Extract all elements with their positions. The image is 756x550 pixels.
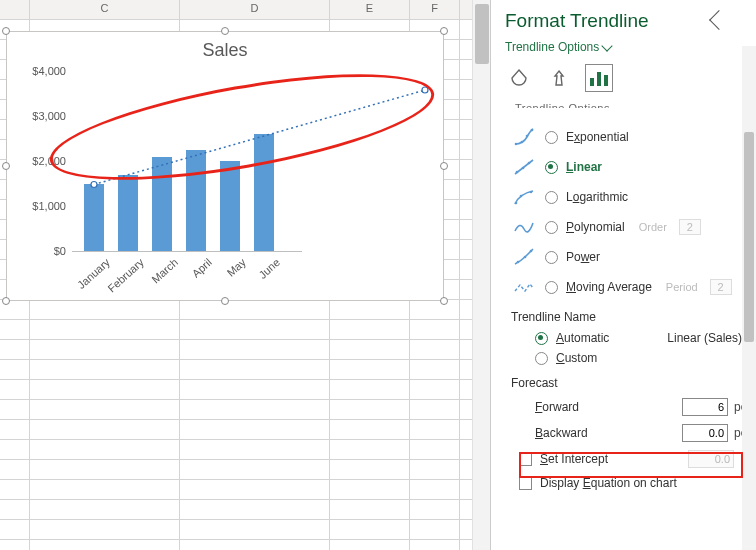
radio-automatic[interactable] (535, 332, 548, 345)
radio[interactable] (545, 281, 558, 294)
trendline-options-link[interactable]: Trendline Options (505, 40, 611, 54)
chart-title[interactable]: Sales (7, 32, 443, 65)
trend-type-power[interactable]: Power (511, 242, 756, 272)
svg-marker-0 (555, 71, 563, 85)
scrollbar-thumb[interactable] (475, 4, 489, 64)
svg-rect-2 (597, 72, 601, 86)
trend-type-logarithmic[interactable]: Logarithmic (511, 182, 756, 212)
option-label: Linear (566, 160, 602, 174)
svg-point-6 (526, 135, 529, 138)
pane-title: Format Trendline (505, 10, 649, 32)
set-intercept-row[interactable]: Set Intercept (519, 446, 756, 472)
trend-type-movingavg[interactable]: Moving AveragePeriod (511, 272, 756, 302)
radio[interactable] (545, 131, 558, 144)
dropdown-icon (602, 40, 613, 51)
trend-type-icon (511, 126, 537, 148)
worksheet-area: C D E F Sales $0$1,000$2,000$3,000$4,000… (0, 0, 490, 550)
resize-handle[interactable] (440, 162, 448, 170)
svg-point-15 (517, 261, 520, 264)
svg-point-10 (522, 167, 525, 170)
sheet-scrollbar[interactable] (472, 0, 490, 550)
radio[interactable] (545, 161, 558, 174)
svg-point-17 (530, 250, 533, 253)
trendline-endpoint[interactable] (422, 87, 428, 93)
checkbox[interactable] (519, 453, 532, 466)
sales-chart[interactable]: Sales $0$1,000$2,000$3,000$4,000 January… (6, 31, 444, 301)
name-automatic-row[interactable]: AAutomaticutomatic Linear (Sales) (535, 328, 756, 348)
param-label: Order (639, 221, 667, 233)
pane-scrollbar[interactable] (742, 46, 756, 550)
checkbox[interactable] (519, 477, 532, 490)
property-tabs (505, 64, 756, 92)
trend-type-polynomial[interactable]: PolynomialOrder (511, 212, 756, 242)
trend-type-linear[interactable]: Linear (511, 152, 756, 182)
trend-type-icon (511, 216, 537, 238)
collapse-chevron-icon[interactable] (709, 10, 729, 30)
radio[interactable] (545, 191, 558, 204)
col-header[interactable]: E (330, 0, 410, 19)
resize-handle[interactable] (221, 27, 229, 35)
display-equation-row[interactable]: Display Equation on chart (519, 472, 756, 494)
set-intercept-input (688, 450, 734, 468)
param-input (679, 219, 701, 235)
option-label: Power (566, 250, 600, 264)
name-custom-row[interactable]: Custom (535, 348, 756, 368)
forecast-forward-row: Forward pe (535, 394, 756, 420)
trend-type-icon (511, 156, 537, 178)
col-header[interactable]: F (410, 0, 460, 19)
col-header[interactable]: D (180, 0, 330, 19)
svg-point-12 (515, 202, 518, 205)
tab-chart-options-icon[interactable] (585, 64, 613, 92)
svg-point-7 (531, 129, 534, 132)
svg-point-14 (530, 191, 533, 194)
trend-type-icon (511, 276, 537, 298)
forward-input[interactable] (682, 398, 728, 416)
option-label: Logarithmic (566, 190, 628, 204)
name-auto-value: Linear (Sales) (667, 331, 742, 345)
column-headers: C D E F (0, 0, 490, 20)
trend-type-exponential[interactable]: Exponential (511, 122, 756, 152)
option-label: Moving Average (566, 280, 652, 294)
trendline-svg (17, 72, 435, 272)
pane-header-actions (712, 13, 740, 30)
svg-point-9 (516, 171, 519, 174)
forecast-section: Forecast (511, 376, 756, 390)
resize-handle[interactable] (440, 297, 448, 305)
resize-handle[interactable] (2, 297, 10, 305)
trend-type-icon (511, 186, 537, 208)
param-label: Period (666, 281, 698, 293)
trend-type-icon (511, 246, 537, 268)
svg-point-13 (520, 195, 523, 198)
svg-point-11 (528, 162, 531, 165)
radio[interactable] (545, 221, 558, 234)
svg-point-4 (515, 143, 518, 146)
format-trendline-pane: Format Trendline Trendline Options Trend… (490, 0, 756, 550)
resize-handle[interactable] (221, 297, 229, 305)
resize-handle[interactable] (2, 27, 10, 35)
resize-handle[interactable] (2, 162, 10, 170)
backward-input[interactable] (682, 424, 728, 442)
scrollbar-thumb[interactable] (744, 132, 754, 342)
trendline[interactable] (94, 90, 425, 185)
svg-point-5 (521, 141, 524, 144)
radio[interactable] (545, 251, 558, 264)
section-label-truncated: Trendline Options (515, 102, 756, 116)
forecast-backward-row: Backward pe (535, 420, 756, 446)
radio-custom[interactable] (535, 352, 548, 365)
tab-fill-icon[interactable] (505, 64, 533, 92)
tab-effects-icon[interactable] (545, 64, 573, 92)
col-header[interactable]: C (30, 0, 180, 19)
trendline-endpoint[interactable] (91, 182, 97, 188)
svg-point-16 (524, 256, 527, 259)
svg-rect-3 (604, 75, 608, 86)
resize-handle[interactable] (440, 27, 448, 35)
svg-rect-1 (590, 78, 594, 86)
option-label: Polynomial (566, 220, 625, 234)
param-input (710, 279, 732, 295)
option-label: Exponential (566, 130, 629, 144)
plot-area: $0$1,000$2,000$3,000$4,000 JanuaryFebrua… (17, 72, 435, 282)
trendline-name-section: Trendline Name (511, 310, 756, 324)
